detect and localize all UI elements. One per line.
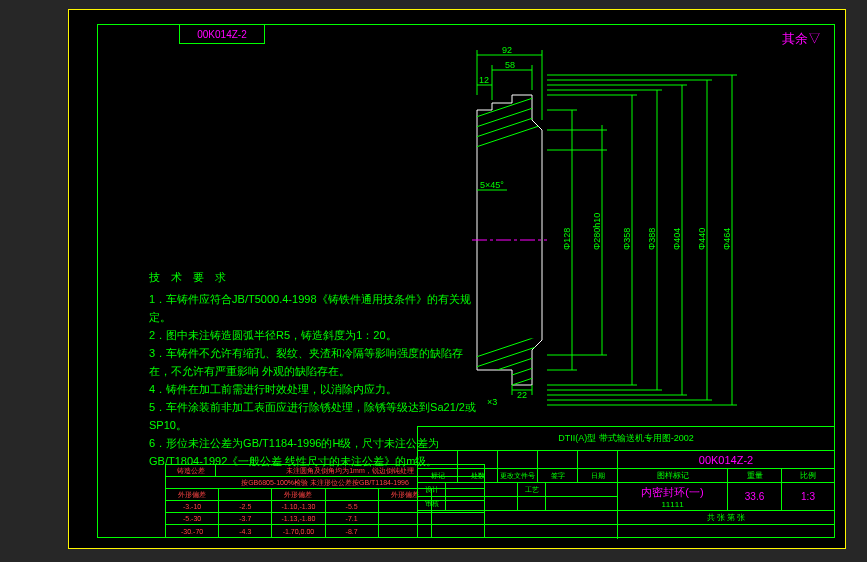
drawing-title: DTII(A)型 带式输送机专用图-2002 (418, 427, 834, 450)
sheet-info: 共 张 第 张 (618, 511, 834, 524)
prop-label: 重量 (728, 469, 782, 482)
tol-cell: -1.10,-1.30 (272, 501, 325, 512)
scale-value: 1:3 (782, 483, 834, 510)
col-sig: 标记 (418, 469, 458, 482)
dim-dia-5: Φ440 (697, 228, 707, 250)
tech-req-item: 3．车铸件不允许有缩孔、裂纹、夹渣和冷隔等影响强度的缺陷存在，不允许有严重影响 … (149, 344, 479, 380)
dim-top-2: 58 (505, 60, 515, 70)
tech-req-item: 2．图中未注铸造圆弧半径R5，铸造斜度为1：20。 (149, 326, 479, 344)
title-block: DTII(A)型 带式输送机专用图-2002 00K014Z-2 标记 处数 更 (417, 426, 835, 538)
dim-dia-1: Φ280h10 (592, 213, 602, 250)
dim-dia-6: Φ464 (722, 228, 732, 250)
tol-cell: -30.-70 (166, 525, 219, 537)
tol-cell: -5.5 (326, 501, 379, 512)
tol-head-cell (326, 489, 379, 500)
col-sig: 日期 (578, 469, 617, 482)
tol-head-cell: 外形偏差 (166, 489, 219, 500)
tol-cell: -7.1 (326, 513, 379, 524)
dim-dia-4: Φ404 (672, 228, 682, 250)
prop-label: 图样标记 (618, 469, 728, 482)
part-number-text: 00K014Z-2 (197, 29, 246, 40)
part-code: 00K014Z-2 (618, 451, 834, 468)
tol-head-cell (219, 489, 272, 500)
dim-dia-3: Φ388 (647, 228, 657, 250)
dim-top-1: 92 (502, 45, 512, 55)
prop-label: 比例 (782, 469, 834, 482)
tech-req-item: 4．铸件在加工前需进行时效处理，以消除内应力。 (149, 380, 479, 398)
dim-bot-1: 22 (517, 390, 527, 400)
tol-cell: -3.7 (219, 513, 272, 524)
tol-cell: -1.13,-1.80 (272, 513, 325, 524)
tol-header: 铸造公差 (166, 465, 216, 476)
tech-req-title: 技 术 要 求 (149, 268, 479, 286)
tech-req-item: 1．车铸件应符合JB/T5000.4-1998《铸铁件通用技条件》的有关规定。 (149, 290, 479, 326)
row-label: 工艺 (518, 483, 546, 496)
col-sig: 处数 (458, 469, 498, 482)
dim-chamfer: 5×45° (480, 180, 504, 190)
part-number-tag: 00K014Z-2 (179, 24, 265, 44)
row-label: 审核 (418, 497, 446, 510)
dim-bot-2: ×3 (487, 397, 497, 407)
tol-cell: -3.-10 (166, 501, 219, 512)
section-drawing: 92 58 12 5×45° 22 ×3 Φ128 Φ280h10 Φ358 Φ… (447, 40, 747, 410)
tol-cell: -1.70,0.00 (272, 525, 325, 537)
surface-finish-note: 其余▽ (782, 30, 821, 48)
col-sig: 更改文件号 (498, 469, 538, 482)
tol-cell: -4.3 (219, 525, 272, 537)
dim-top-3: 12 (479, 75, 489, 85)
tol-head-cell: 外形偏差 (272, 489, 325, 500)
tol-cell: -2.5 (219, 501, 272, 512)
tol-cell: -5.-30 (166, 513, 219, 524)
tol-cell: -8.7 (326, 525, 379, 537)
drawing-frame: 00K014Z-2 其余▽ (68, 9, 846, 549)
weight-value: 33.6 (728, 483, 782, 510)
dim-dia-2: Φ358 (622, 228, 632, 250)
part-name: 内密封环(一) (641, 485, 703, 500)
dim-dia-0: Φ128 (562, 228, 572, 250)
col-sig: 签字 (538, 469, 578, 482)
part-code2: 11111 (661, 500, 683, 509)
row-label: 设计 (418, 483, 446, 496)
